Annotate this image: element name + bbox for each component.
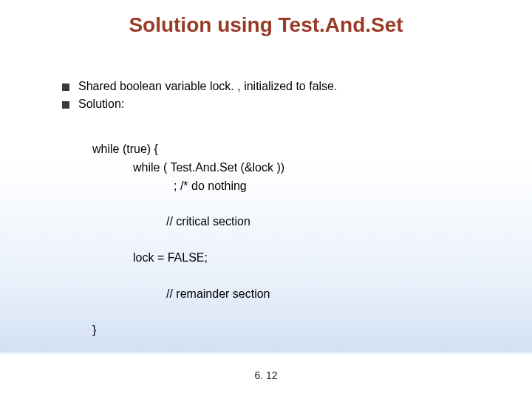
list-item: Solution: (62, 98, 337, 111)
slide-title: Solution using Test.And.Set (0, 13, 532, 37)
code-line: while ( Test.And.Set (&lock )) (92, 159, 284, 177)
code-line: while (true) { (92, 140, 284, 159)
code-block: while (true) { while ( Test.And.Set (&lo… (92, 140, 284, 340)
code-line: // critical section (92, 213, 284, 231)
page-number: 6. 12 (0, 369, 532, 381)
code-spacer (92, 267, 284, 285)
code-spacer (92, 231, 284, 249)
bullet-text: Solution: (78, 98, 124, 111)
code-spacer (92, 304, 284, 321)
list-item: Shared boolean variable lock. , initiali… (62, 80, 337, 93)
slide: Solution using Test.And.Set Shared boole… (0, 0, 532, 399)
code-line: // remainder section (92, 285, 284, 304)
code-line: lock = FALSE; (92, 249, 284, 267)
code-line: ; /* do nothing (92, 177, 284, 196)
bullet-list: Shared boolean variable lock. , initiali… (62, 80, 337, 115)
bullet-text: Shared boolean variable lock. , initiali… (78, 80, 337, 93)
code-spacer (92, 195, 284, 213)
bullet-icon (62, 101, 69, 109)
bullet-icon (62, 83, 69, 91)
code-line: } (92, 321, 284, 340)
